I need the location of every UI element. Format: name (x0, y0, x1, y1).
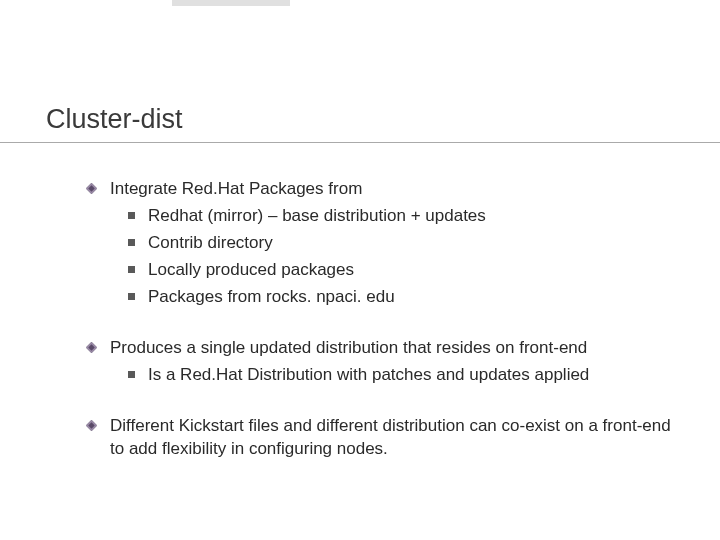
title-underline (0, 142, 720, 143)
bullet-level2: Locally produced packages (86, 259, 674, 282)
bullet-level1: Integrate Red.Hat Packages from (86, 178, 674, 201)
bullet-text: Packages from rocks. npaci. edu (148, 287, 395, 306)
square-bullet-icon (128, 266, 135, 273)
slide-title: Cluster-dist (46, 104, 183, 135)
bullet-level1: Produces a single updated distribution t… (86, 337, 674, 360)
square-bullet-icon (128, 239, 135, 246)
diamond-bullet-icon (86, 342, 97, 353)
bullet-level2: Is a Red.Hat Distribution with patches a… (86, 364, 674, 387)
bullet-text: Different Kickstart files and different … (110, 416, 671, 458)
bullet-group: Integrate Red.Hat Packages from Redhat (… (86, 178, 674, 309)
bullet-text: Locally produced packages (148, 260, 354, 279)
bullet-group: Different Kickstart files and different … (86, 415, 674, 461)
bullet-text: Is a Red.Hat Distribution with patches a… (148, 365, 589, 384)
slide-body: Integrate Red.Hat Packages from Redhat (… (86, 178, 674, 488)
diamond-bullet-icon (86, 183, 97, 194)
bullet-text: Contrib directory (148, 233, 273, 252)
slide: Cluster-dist Integrate Red.Hat Packages … (0, 0, 720, 540)
bullet-text: Redhat (mirror) – base distribution + up… (148, 206, 486, 225)
bullet-level2: Contrib directory (86, 232, 674, 255)
square-bullet-icon (128, 212, 135, 219)
decorative-dots-right (113, 38, 720, 54)
diamond-bullet-icon (86, 420, 97, 431)
square-bullet-icon (128, 293, 135, 300)
bullet-text: Produces a single updated distribution t… (110, 338, 587, 357)
decorative-dots-left (0, 38, 45, 54)
decorative-top-bar (172, 0, 290, 6)
square-bullet-icon (128, 371, 135, 378)
bullet-group: Produces a single updated distribution t… (86, 337, 674, 387)
bullet-level1: Different Kickstart files and different … (86, 415, 674, 461)
bullet-level2: Packages from rocks. npaci. edu (86, 286, 674, 309)
bullet-text: Integrate Red.Hat Packages from (110, 179, 362, 198)
bullet-level2: Redhat (mirror) – base distribution + up… (86, 205, 674, 228)
